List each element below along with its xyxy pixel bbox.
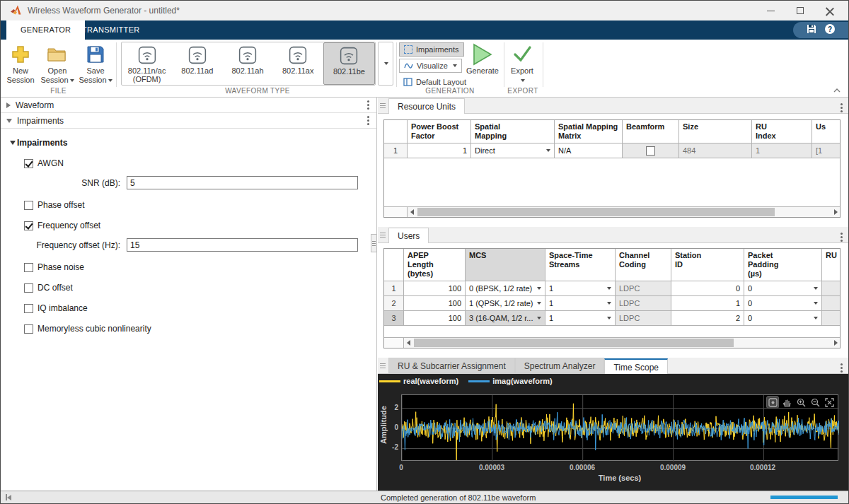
zoom-in-icon[interactable]: [795, 396, 807, 409]
panel-menu-icon[interactable]: [841, 367, 843, 369]
waveform-80211be-button-selected[interactable]: 802.11be: [323, 42, 375, 85]
scrollbar-track[interactable]: [404, 338, 840, 348]
cell-power-boost[interactable]: 1: [408, 143, 471, 158]
visualize-button[interactable]: Visualize: [399, 59, 462, 73]
scroll-right-icon[interactable]: [831, 207, 840, 217]
tab-users[interactable]: Users: [388, 228, 429, 243]
cell-station-id[interactable]: 2: [671, 311, 744, 326]
tab-transmitter[interactable]: TRANSMITTER: [68, 20, 154, 40]
waveform-80211ah-button[interactable]: 802.11ah: [222, 42, 272, 85]
phase-offset-checkbox[interactable]: [24, 201, 33, 210]
cell-packet-padding-dropdown[interactable]: 0: [744, 311, 822, 326]
row-number[interactable]: 3: [384, 311, 404, 326]
awgn-checkbox[interactable]: [24, 159, 33, 168]
drag-grip-icon[interactable]: [380, 365, 386, 366]
collapse-panel-icon[interactable]: [6, 494, 11, 500]
export-group-label: EXPORT: [504, 87, 541, 95]
generate-button[interactable]: Generate: [463, 42, 502, 76]
legend-imag-label: imag(waveform): [492, 377, 552, 385]
help-icon[interactable]: ?: [825, 24, 835, 37]
cell-apep-length[interactable]: 100: [404, 311, 466, 326]
dc-offset-checkbox[interactable]: [24, 283, 33, 293]
zoom-out-icon[interactable]: [809, 396, 821, 409]
new-session-button[interactable]: New Session: [2, 42, 39, 85]
scroll-right-icon[interactable]: [831, 338, 840, 348]
dropdown-arrow-icon: [453, 64, 457, 67]
wifi-icon: [188, 46, 207, 64]
snr-input[interactable]: [127, 176, 358, 189]
collapse-ribbon-button[interactable]: [831, 86, 843, 94]
impairments-icon: [404, 45, 412, 54]
waveform-section-header[interactable]: Waveform: [1, 98, 376, 113]
panel-splitter-handle[interactable]: [371, 234, 377, 252]
cell-sts-dropdown[interactable]: 1: [545, 296, 616, 311]
row-number[interactable]: 1: [384, 281, 404, 296]
cell-sts-dropdown[interactable]: 1: [545, 311, 616, 326]
scroll-left-icon[interactable]: [404, 338, 412, 348]
scrollbar-track[interactable]: [408, 207, 840, 217]
close-button[interactable]: [816, 1, 844, 20]
visualize-label: Visualize: [417, 61, 448, 70]
export-button[interactable]: Export: [504, 42, 540, 85]
impairments-toggle-button[interactable]: Impairments: [399, 42, 464, 57]
row-number[interactable]: 2: [384, 296, 404, 311]
waveform-gallery-dropdown-button[interactable]: [378, 42, 393, 86]
cell-mcs-dropdown[interactable]: 0 (BPSK, 1/2 rate): [466, 281, 545, 296]
scrollbar-thumb[interactable]: [414, 339, 734, 347]
measurements-icon[interactable]: [766, 396, 779, 409]
frequency-offset-hz-input[interactable]: [127, 238, 358, 252]
pan-hand-icon[interactable]: [780, 396, 793, 409]
iq-imbalance-checkbox[interactable]: [24, 304, 33, 313]
cell-station-id[interactable]: 1: [671, 296, 744, 311]
cell-packet-padding-dropdown[interactable]: 0: [744, 296, 822, 311]
cell-mcs-dropdown[interactable]: 1 (QPSK, 1/2 rate): [466, 296, 545, 311]
cell-sts-dropdown[interactable]: 1: [545, 281, 616, 296]
save-floppy-icon: [77, 42, 114, 66]
save-icon[interactable]: [807, 24, 816, 37]
waveform-80211ad-button[interactable]: 802.11ad: [172, 42, 222, 85]
header-power-boost: Power Boost Factor: [408, 120, 471, 143]
frequency-offset-checkbox[interactable]: [24, 221, 33, 230]
section-menu-icon[interactable]: [367, 119, 369, 122]
cell-spatial-mapping-matrix[interactable]: N/A: [555, 143, 623, 158]
iq-imbalance-label: IQ imbalance: [37, 303, 88, 313]
tab-spectrum-analyzer[interactable]: Spectrum Analyzer: [515, 358, 605, 373]
panel-menu-icon[interactable]: [841, 236, 843, 238]
status-bar: Completed generation of 802.11be wavefor…: [1, 491, 848, 503]
drag-grip-icon[interactable]: [380, 235, 386, 235]
save-session-button[interactable]: Save Session: [77, 42, 114, 85]
padding-value: 0: [748, 311, 814, 325]
cell-station-id[interactable]: 0: [671, 281, 744, 296]
cell-spatial-mapping-dropdown[interactable]: Direct: [471, 143, 555, 158]
dropdown-arrow-icon: [814, 287, 818, 290]
cell-mcs-dropdown[interactable]: 3 (16-QAM, 1/2 r...: [466, 311, 545, 326]
panel-menu-icon[interactable]: [841, 107, 843, 109]
drag-grip-icon[interactable]: [380, 105, 386, 106]
mcs-value: 0 (BPSK, 1/2 rate): [469, 281, 537, 295]
minimize-button[interactable]: [756, 1, 785, 20]
section-menu-icon[interactable]: [367, 104, 369, 106]
cell-apep-length[interactable]: 100: [404, 281, 466, 296]
cell-packet-padding-dropdown[interactable]: 0: [744, 281, 822, 296]
cell-apep-length[interactable]: 100: [404, 296, 466, 311]
maximize-button[interactable]: [786, 1, 814, 20]
awgn-label: AWGN: [37, 158, 64, 168]
beamform-checkbox[interactable]: [646, 146, 655, 156]
matlab-logo-icon: [11, 5, 23, 18]
impairments-section-header[interactable]: Impairments: [1, 113, 376, 129]
mcs-value: 3 (16-QAM, 1/2 r...: [469, 311, 537, 325]
waveform-80211ax-button[interactable]: 802.11ax: [273, 42, 323, 85]
waveform-80211nac-button[interactable]: 802.11n/ac (OFDM): [122, 42, 172, 85]
memoryless-checkbox[interactable]: [24, 324, 33, 334]
phase-noise-checkbox[interactable]: [24, 263, 33, 272]
scroll-left-icon[interactable]: [408, 207, 416, 217]
fit-to-view-icon[interactable]: [823, 396, 836, 409]
open-session-button[interactable]: Open Session: [39, 42, 76, 85]
tab-time-scope[interactable]: Time Scope: [604, 358, 668, 374]
impairments-subsection[interactable]: Impairments: [10, 138, 376, 148]
row-number[interactable]: 1: [384, 143, 408, 158]
scrollbar-thumb[interactable]: [417, 208, 775, 216]
tab-ru-subcarrier-assignment[interactable]: RU & Subcarrier Assignment: [388, 358, 515, 373]
legend-swatch: [468, 380, 490, 382]
tab-resource-units[interactable]: Resource Units: [388, 98, 465, 114]
